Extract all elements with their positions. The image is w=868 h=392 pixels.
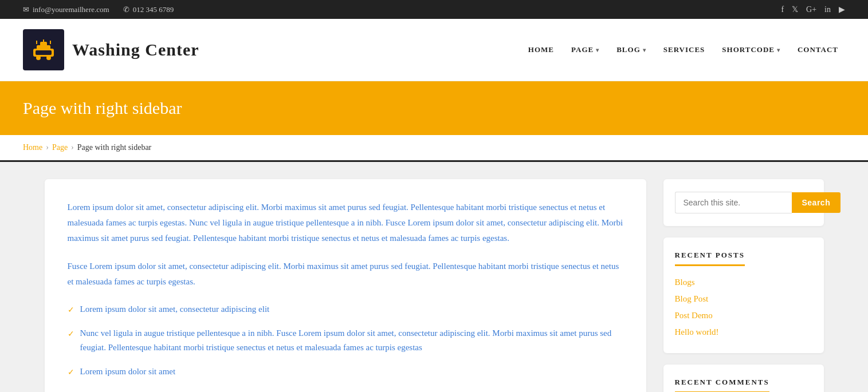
recent-comments-title: RECENT COMMENTS [675,378,769,392]
email-address: info@youremailhere.com [33,5,109,14]
search-input[interactable] [675,192,792,213]
phone-number: 012 345 6789 [133,5,174,14]
list-item-text-4: Pellentesque habitant morbi tristique se… [80,389,394,392]
hero-title: Page with right sidebar [23,98,845,118]
social-icons: f 𝕏 G+ in ▶ [781,5,845,14]
recent-posts-title: RECENT POSTS [675,251,745,266]
content-paragraph-2: Fusce Lorem ipsum dolor sit amet, consec… [68,259,623,290]
site-header: Washing Center HOME PAGE ▾ BLOG ▾ SERVIC… [0,19,868,81]
recent-post-blog-post[interactable]: Blog Post [675,294,709,303]
check-icon-3: ✓ [68,366,74,379]
logo-area: Washing Center [23,29,199,70]
email-icon: ✉ [23,5,29,14]
search-button[interactable]: Search [792,192,841,213]
logo-icon [23,29,64,70]
breadcrumb-current: Page with right sidebar [77,143,151,152]
list-item: Post Demo [675,307,812,324]
list-item-text-3: Lorem ipsum dolor sit amet [80,365,176,379]
nav-contact[interactable]: CONTACT [791,41,845,59]
breadcrumb: Home › Page › Page with right sidebar [0,135,868,162]
twitter-icon[interactable]: 𝕏 [792,5,798,14]
recent-post-hello-world[interactable]: Hello world! [675,327,719,336]
nav-page[interactable]: PAGE ▾ [564,41,606,59]
breadcrumb-sep-1: › [46,143,49,152]
svg-rect-1 [36,50,52,55]
svg-point-3 [46,56,51,60]
content-area: Lorem ipsum dolor sit amet, consectetur … [45,179,646,392]
check-icon-1: ✓ [68,303,74,317]
blog-dropdown-icon: ▾ [643,47,646,53]
search-widget: Search [663,179,824,226]
breadcrumb-sep-2: › [71,143,74,152]
nav-services[interactable]: SERVICES [657,41,712,59]
list-item-text-2: Nunc vel ligula in augue tristique pelle… [80,326,623,355]
top-bar: ✉ info@youremailhere.com ✆ 012 345 6789 … [0,0,868,19]
top-bar-left: ✉ info@youremailhere.com ✆ 012 345 6789 [23,5,174,14]
recent-posts-list: Blogs Blog Post Post Demo Hello world! [675,274,812,340]
recent-post-blogs[interactable]: Blogs [675,278,695,287]
linkedin-icon[interactable]: in [824,5,831,14]
shortcode-dropdown-icon: ▾ [777,47,780,53]
hero-banner: Page with right sidebar [0,81,868,135]
phone-icon: ✆ [123,5,129,14]
nav-blog[interactable]: BLOG ▾ [610,41,653,59]
content-paragraph-1: Lorem ipsum dolor sit amet, consectetur … [68,200,623,246]
email-contact: ✉ info@youremailhere.com [23,5,109,14]
recent-post-post-demo[interactable]: Post Demo [675,311,713,320]
phone-contact: ✆ 012 345 6789 [123,5,174,14]
list-item: ✓ Pellentesque habitant morbi tristique … [68,389,623,392]
checklist: ✓ Lorem ipsum dolor sit amet, consectetu… [68,302,623,392]
list-item: ✓ Lorem ipsum dolor sit amet, consectetu… [68,302,623,317]
site-title: Washing Center [72,40,199,60]
nav-shortcode[interactable]: SHORTCODE ▾ [715,41,787,59]
page-dropdown-icon: ▾ [596,47,599,53]
nav-home[interactable]: HOME [521,41,561,59]
list-item: Blog Post [675,291,812,307]
main-container: Lorem ipsum dolor sit amet, consectetur … [22,162,847,392]
recent-posts-widget: RECENT POSTS Blogs Blog Post Post Demo H… [663,237,824,353]
list-item: ✓ Lorem ipsum dolor sit amet [68,365,623,379]
sidebar: Search RECENT POSTS Blogs Blog Post Post… [663,179,824,392]
check-icon-2: ✓ [68,327,74,341]
youtube-icon[interactable]: ▶ [839,5,845,14]
breadcrumb-home[interactable]: Home [23,143,42,152]
svg-point-2 [36,56,41,60]
check-icon-4: ✓ [68,390,74,392]
list-item: Hello world! [675,324,812,340]
facebook-icon[interactable]: f [781,5,784,14]
googleplus-icon[interactable]: G+ [806,5,816,14]
search-form: Search [675,192,812,213]
list-item: Blogs [675,274,812,291]
list-item: ✓ Nunc vel ligula in augue tristique pel… [68,326,623,355]
breadcrumb-page[interactable]: Page [52,143,68,152]
recent-comments-widget: RECENT COMMENTS [663,365,824,392]
list-item-text-1: Lorem ipsum dolor sit amet, consectetur … [80,302,270,317]
main-nav: HOME PAGE ▾ BLOG ▾ SERVICES SHORTCODE ▾ … [521,41,845,59]
